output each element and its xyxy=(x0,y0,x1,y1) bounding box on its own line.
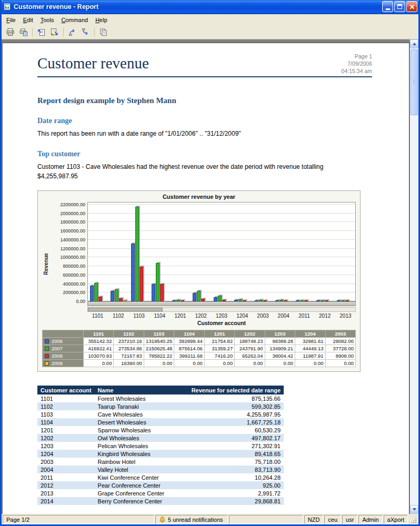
print-report-icon xyxy=(19,28,28,36)
customer-revenue: 4,255,987.95 xyxy=(188,410,284,418)
customer-name: Valley Hotel xyxy=(95,466,188,473)
chart-table-value: 0.00 xyxy=(204,360,234,367)
chart-table-value: 237210.16 xyxy=(114,338,144,345)
chart-scrollbar[interactable] xyxy=(87,307,356,312)
chart-table-value: 188748.23 xyxy=(235,338,265,345)
series-swatch-2007 xyxy=(45,347,49,351)
bar-2008-2013 xyxy=(345,300,349,301)
app-icon xyxy=(3,3,11,11)
export-up-icon xyxy=(37,28,46,36)
menu-command[interactable]: Command xyxy=(57,15,92,25)
x-tick-label: 1103 xyxy=(128,313,149,319)
bar-2007-2013 xyxy=(341,300,345,301)
chart-table-col-2003: 2003 xyxy=(325,330,356,338)
chart-table-value: 37728.00 xyxy=(325,345,356,352)
customer-row-2004: 2004Valley Hotel83,713.90 xyxy=(37,466,284,473)
customer-row-2012: 2012Pear Conference Center925.00 xyxy=(37,481,284,489)
status-panel-admin: Admin xyxy=(358,515,382,524)
export-page-button[interactable] xyxy=(35,26,48,38)
status-panel-usr: usr xyxy=(342,515,357,524)
report-date: 7/09/2006 xyxy=(342,60,372,67)
bar-2007-2011 xyxy=(300,300,304,301)
customer-revenue: 925.00 xyxy=(188,481,284,489)
chart-table-value: 72167.83 xyxy=(114,352,144,360)
bar-2008-1102 xyxy=(119,298,123,301)
chart-table-value: 0.00 xyxy=(265,360,295,367)
customer-revenue: 83,713.90 xyxy=(188,466,284,473)
minimize-button[interactable] xyxy=(382,1,393,12)
scroll-up-button[interactable] xyxy=(410,39,418,48)
y-tick-label: 200000.00 xyxy=(63,290,85,295)
title-bar[interactable]: Customer revenue - Report xyxy=(0,0,420,14)
y-tick-label: 2200000.00 xyxy=(60,202,85,207)
chart-table-value: 44449.13 xyxy=(295,345,325,352)
x-tick-label: 2012 xyxy=(315,313,335,319)
chart-table-value: 0.00 xyxy=(235,360,265,367)
chart-table-value: 11987.91 xyxy=(295,352,325,360)
menu-edit[interactable]: Edit xyxy=(19,15,37,25)
nav-down-button[interactable] xyxy=(79,26,92,38)
chart-table-value: 1319540.25 xyxy=(144,338,174,345)
scrollbar-track[interactable] xyxy=(410,48,418,505)
status-spacer xyxy=(229,515,303,524)
y-tick-label: 1000000.00 xyxy=(60,255,85,260)
menu-tools[interactable]: Tools xyxy=(37,15,58,25)
vertical-scrollbar[interactable] xyxy=(409,39,418,514)
print-button[interactable] xyxy=(4,26,17,38)
copy-button[interactable] xyxy=(97,26,110,38)
bar-group-2012 xyxy=(314,203,335,306)
close-button[interactable] xyxy=(406,1,417,12)
chart-table-value: 0.00 xyxy=(295,360,325,367)
section-heading-top-customer: Top customer xyxy=(37,150,372,158)
bar-2008-2011 xyxy=(304,300,308,301)
customer-name: Desert Wholesales xyxy=(95,418,188,426)
toolbar-separator xyxy=(94,27,95,37)
status-page-indicator: Page 1/2 xyxy=(3,515,154,524)
scrollbar-thumb[interactable] xyxy=(411,49,418,115)
scroll-down-button[interactable] xyxy=(410,505,418,514)
bar-2007-2004 xyxy=(279,300,283,301)
chart-table-col-1202: 1202 xyxy=(235,330,265,338)
resize-grip[interactable] xyxy=(409,515,417,524)
document-viewport: Page 1 7/09/2006 04:15:34 am Customer re… xyxy=(2,39,409,514)
x-tick-label: 1204 xyxy=(232,313,253,319)
customer-row-1201: 1201Sparrow Wholesales60,530.29 xyxy=(37,426,284,434)
chart-scrollbar-thumb[interactable] xyxy=(88,308,163,311)
chart-table-value: 243791.90 xyxy=(235,345,265,352)
customer-account: 2013 xyxy=(37,489,95,497)
customer-account: 1201 xyxy=(37,426,95,434)
menu-file[interactable]: File xyxy=(3,15,19,25)
menu-help[interactable]: Help xyxy=(92,15,111,25)
bar-2006-1203 xyxy=(214,297,217,301)
arrow-up-icon xyxy=(68,28,77,36)
bar-2007-1104 xyxy=(156,263,159,301)
export-report-button[interactable] xyxy=(48,26,61,38)
x-tick-label: 1202 xyxy=(191,313,211,319)
print-report-button[interactable] xyxy=(17,26,30,38)
copy-icon xyxy=(99,28,108,36)
bar-2006-2013 xyxy=(337,300,341,301)
customer-account: 2014 xyxy=(37,497,95,505)
customer-account: 2011 xyxy=(37,473,95,481)
status-notifications[interactable]: 5 unread notifications xyxy=(155,515,228,524)
customer-revenue: 29,868.81 xyxy=(188,497,284,505)
chart-table-value: 65262.04 xyxy=(235,352,265,360)
bar-2006-1103 xyxy=(131,244,135,301)
chart-table-value: 16390.00 xyxy=(114,360,144,367)
bar-group-1101 xyxy=(88,203,108,306)
toolbar-separator xyxy=(32,27,33,37)
maximize-button[interactable] xyxy=(394,1,405,12)
bar-2006-2011 xyxy=(296,300,299,301)
chart-x-axis: 1101110211031104120112021203120420032004… xyxy=(87,313,356,319)
y-tick-label: 600000.00 xyxy=(63,272,85,278)
bar-2008-2004 xyxy=(284,300,287,301)
bar-2007-1204 xyxy=(238,299,242,301)
notifications-label: 5 unread notifications xyxy=(168,517,223,523)
status-panel-nzd: NZD xyxy=(304,515,324,524)
chart-table-value: 2150625.48 xyxy=(144,345,174,352)
customer-row-1104: 1104Desert Wholesales1,667,725.18 xyxy=(37,418,284,426)
nav-up-button[interactable] xyxy=(66,26,79,38)
chart-table-value: 0.00 xyxy=(325,360,356,367)
customer-row-1203: 1203Pelican Wholesales271,302.91 xyxy=(37,442,284,450)
bar-2006-2003 xyxy=(255,300,258,301)
